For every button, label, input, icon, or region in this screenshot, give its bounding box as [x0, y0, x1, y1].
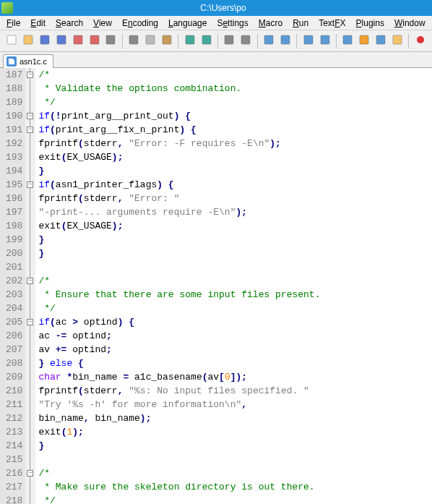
editor[interactable]: 1871881891901911921931941951961971981992… [0, 68, 432, 504]
print-button[interactable] [103, 33, 118, 49]
indent-guide-button[interactable] [373, 33, 389, 49]
code-line[interactable]: char *bin_name = a1c_basename(av[0]); [38, 370, 432, 384]
menu-run[interactable]: Run [288, 17, 314, 30]
sync-h-button[interactable] [317, 33, 332, 49]
toolbar-separator [217, 34, 218, 48]
svg-rect-11 [202, 35, 211, 44]
menu-file[interactable]: File [1, 17, 25, 30]
tab-asn1c[interactable]: asn1c.c [3, 54, 53, 68]
toolbar-separator [178, 34, 178, 48]
replace-button[interactable] [238, 33, 254, 49]
show-all-icon [358, 34, 370, 48]
code-area[interactable]: /* * Validate the options combination. *… [35, 68, 432, 504]
close-all-button[interactable] [87, 33, 102, 49]
line-number: 210 [6, 384, 22, 398]
code-line[interactable]: */ [38, 95, 432, 109]
cut-button[interactable] [126, 33, 142, 49]
fold-toggle[interactable]: − [27, 113, 33, 119]
svg-rect-1 [24, 35, 33, 44]
find-button[interactable] [222, 33, 237, 49]
code-line[interactable]: */ [38, 494, 432, 504]
redo-button[interactable] [199, 33, 214, 49]
code-line[interactable]: exit(1); [38, 425, 432, 439]
code-line[interactable]: } [38, 233, 432, 247]
menu-search[interactable]: Search [51, 17, 88, 30]
code-line[interactable]: "Try '%s -h' for more information\n", [38, 398, 432, 411]
code-line[interactable]: * Make sure the skeleton directory is ou… [38, 480, 432, 494]
menu-edit[interactable]: Edit [25, 17, 51, 30]
code-line[interactable]: av += optind; [38, 343, 432, 356]
svg-rect-17 [321, 35, 329, 44]
code-line[interactable]: } else { [38, 356, 432, 370]
code-line[interactable]: /* [38, 466, 432, 480]
line-number: 192 [6, 137, 22, 150]
svg-rect-14 [264, 35, 273, 44]
zoom-in-icon [263, 34, 275, 48]
fold-toggle[interactable]: − [27, 127, 33, 133]
find-icon [223, 34, 235, 48]
folder-margin-button[interactable] [389, 33, 405, 49]
copy-icon [144, 34, 156, 48]
code-line[interactable]: exit(EX_USAGE); [38, 150, 432, 164]
line-number: 188 [6, 82, 22, 95]
code-line[interactable] [38, 260, 432, 274]
code-line[interactable]: if(print_arg__fix_n_print) { [38, 123, 432, 137]
svg-rect-21 [393, 35, 402, 44]
code-line[interactable]: fprintf(stderr, "%s: No input files spec… [38, 384, 432, 398]
fold-toggle[interactable]: − [27, 278, 33, 284]
code-line[interactable]: } [38, 439, 432, 453]
menu-encoding[interactable]: Encoding [117, 17, 163, 30]
code-line[interactable]: exit(EX_USAGE); [38, 219, 432, 233]
code-line[interactable]: /* [38, 68, 432, 82]
fold-toggle[interactable]: − [27, 181, 33, 188]
menu-view[interactable]: View [88, 17, 117, 30]
open-file-icon [22, 34, 34, 48]
menu-settings[interactable]: Settings [212, 17, 253, 30]
code-line[interactable]: * Validate the options combination. [38, 82, 432, 95]
code-line[interactable] [38, 453, 432, 466]
folder-margin-icon [392, 34, 403, 48]
menu-language[interactable]: Language [163, 17, 212, 30]
paste-button[interactable] [160, 33, 175, 49]
undo-button[interactable] [182, 33, 197, 49]
menu-textfx[interactable]: TextFX [314, 17, 350, 30]
fold-toggle[interactable]: − [27, 470, 33, 477]
code-line[interactable]: */ [38, 302, 432, 315]
code-line[interactable]: if(ac > optind) { [38, 315, 432, 329]
show-all-button[interactable] [357, 33, 372, 49]
zoom-out-button[interactable] [277, 33, 293, 49]
fold-toggle[interactable]: − [27, 72, 33, 78]
code-line[interactable]: if(!print_arg__print_out) { [38, 109, 432, 123]
tab-label: asn1c.c [20, 57, 47, 66]
menu-plugins[interactable]: Plugins [351, 17, 389, 30]
close-button[interactable] [70, 33, 85, 49]
indent-guide-icon [375, 34, 386, 48]
fold-toggle[interactable]: − [27, 319, 33, 325]
menu-macro[interactable]: Macro [254, 17, 288, 30]
record-button[interactable] [412, 33, 428, 49]
code-line[interactable]: ac -= optind; [38, 329, 432, 343]
code-line[interactable]: } [38, 164, 432, 178]
title-bar: C:\Users\po [0, 0, 432, 16]
open-file-button[interactable] [21, 33, 36, 49]
menu-window[interactable]: Window [389, 17, 431, 30]
new-file-button[interactable] [4, 33, 20, 49]
line-number: 218 [6, 494, 22, 504]
copy-button[interactable] [143, 33, 158, 49]
code-line[interactable]: "-print-... arguments require -E\n"); [38, 205, 432, 219]
save-button[interactable] [38, 33, 53, 49]
code-line[interactable]: * Ensure that there are some input files… [38, 288, 432, 302]
code-line[interactable]: bin_name, bin_name); [38, 411, 432, 425]
sync-v-button[interactable] [301, 33, 316, 49]
line-number: 191 [6, 123, 22, 137]
code-line[interactable]: fprintf(stderr, "Error: -F requires -E\n… [38, 137, 432, 150]
code-line[interactable]: fprintf(stderr, "Error: " [38, 192, 432, 205]
zoom-in-button[interactable] [262, 33, 277, 49]
tab-bar: asn1c.c [0, 52, 432, 68]
save-all-button[interactable] [54, 33, 69, 49]
wrap-button[interactable] [340, 33, 355, 49]
code-line[interactable]: if(asn1_printer_flags) { [38, 178, 432, 192]
code-line[interactable]: /* [38, 274, 432, 288]
line-number: 205 [6, 315, 22, 329]
code-line[interactable]: } [38, 247, 432, 260]
